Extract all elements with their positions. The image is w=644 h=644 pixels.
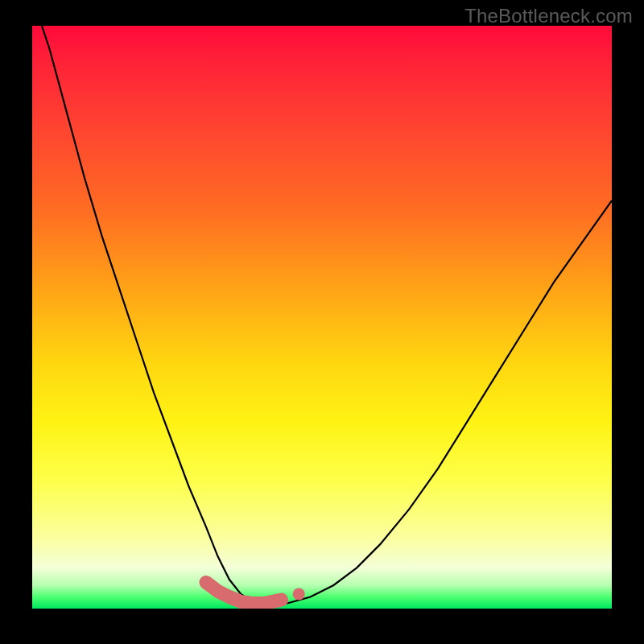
optimal-range-dot bbox=[293, 588, 305, 600]
watermark-text: TheBottleneck.com bbox=[464, 5, 633, 27]
curve-layer bbox=[32, 26, 612, 609]
bottleneck-curve bbox=[32, 26, 612, 605]
chart-plot-area bbox=[32, 26, 612, 609]
optimal-range-highlight bbox=[206, 582, 282, 603]
